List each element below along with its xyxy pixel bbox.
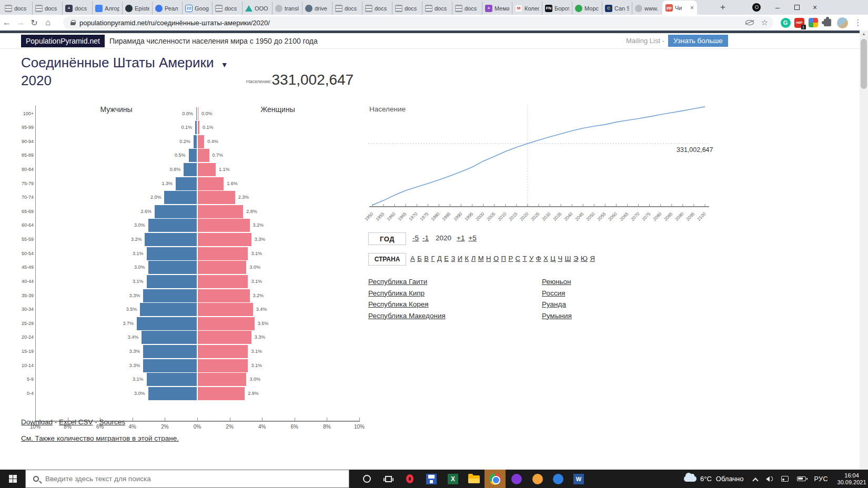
country-link[interactable]: Россия [542,289,572,297]
alphabet-letter-link[interactable]: И [458,255,462,262]
year-minus1-link[interactable]: -1 [422,234,429,242]
browser-menu-icon[interactable]: ⋮ [852,17,864,28]
country-link[interactable]: Республика Гаити [368,278,446,286]
close-button[interactable]: × [807,1,823,14]
browser-tab[interactable]: FNБорот [542,2,572,15]
alphabet-letter-link[interactable]: О [493,255,499,262]
alphabet-letter-link[interactable]: У [529,255,533,262]
media-controls-button[interactable] [752,3,761,12]
browser-tab[interactable]: Алгор [92,2,122,15]
alphabet-letter-link[interactable]: А [410,255,415,262]
alphabet-letter-link[interactable]: Е [444,255,449,262]
alphabet-letter-link[interactable]: Ю [581,255,588,262]
subscribe-button[interactable]: Узнать больше [668,35,728,47]
taskbar-search[interactable] [25,470,349,488]
weather-app-taskbar-button[interactable] [527,470,548,488]
alphabet-letter-link[interactable]: Э [573,255,578,262]
profile-avatar[interactable] [836,17,848,28]
browser-tab[interactable]: docs [362,2,392,15]
alphabet-letter-link[interactable]: З [451,255,455,262]
alphabet-letter-link[interactable]: Т [522,255,527,262]
browser-tab[interactable]: docs [392,2,422,15]
alphabet-letter-link[interactable]: Г [431,255,435,262]
browser-tab[interactable]: docs [32,2,62,15]
country-dropdown[interactable]: Соединённые Штаты Америки ▼ [21,55,228,71]
year-minus5-link[interactable]: -5 [412,234,419,242]
task-view-taskbar-button[interactable] [378,470,399,488]
excel-taskbar-button[interactable]: X [442,470,463,488]
country-link[interactable]: Республика Кипр [368,289,446,297]
cast-icon[interactable] [781,476,789,482]
excel-csv-link[interactable]: Excel CSV [59,418,93,426]
alphabet-letter-link[interactable]: Ш [565,255,571,262]
language-indicator[interactable]: РУС [814,475,829,483]
alphabet-letter-link[interactable]: Х [543,255,548,262]
browser-tab[interactable]: MКолес [512,2,542,15]
scrollbar-up-arrow[interactable]: ▲ [860,30,868,38]
download-link[interactable]: Download [21,418,53,426]
music-app-taskbar-button[interactable] [506,470,527,488]
alphabet-letter-link[interactable]: Ч [558,255,562,262]
weather-desc[interactable]: Облачно [716,475,744,483]
alphabet-letter-link[interactable]: П [501,255,506,262]
sources-link[interactable]: Sources [99,418,126,426]
reload-button[interactable]: ↻ [27,18,41,28]
browser-tab[interactable]: www. [632,2,662,15]
save-app-taskbar-button[interactable] [421,470,442,488]
alphabet-letter-link[interactable]: К [465,255,469,262]
chrome-taskbar-button[interactable] [485,470,506,488]
alphabet-letter-link[interactable]: С [516,255,520,262]
alphabet-letter-link[interactable]: Ф [536,255,541,262]
browser-tab[interactable]: CCan S [602,2,632,15]
browser-tab[interactable]: Морс [572,2,602,15]
start-button[interactable] [0,470,25,488]
year-plus1-link[interactable]: +1 [457,234,465,242]
alphabet-letter-link[interactable]: М [478,255,484,262]
country-link[interactable]: Руанда [542,300,572,308]
browser-tab[interactable]: +docs [62,2,92,15]
country-link[interactable]: Реюньон [542,278,572,286]
adblock-extension-icon[interactable]: ABP1 [793,17,805,28]
minimize-button[interactable]: – [770,1,785,14]
browser-tab[interactable]: +Мема [482,2,512,15]
new-tab-button[interactable]: + [716,2,729,13]
forward-button[interactable]: → [14,18,27,27]
site-logo[interactable]: PopulationPyramid.net [21,35,105,47]
clock[interactable]: 16:04 30.09.2021 [834,472,868,486]
browser-tab[interactable]: Реал [152,2,182,15]
weather-cloud-icon[interactable] [684,476,697,482]
palette-extension-icon[interactable] [808,17,819,28]
browser-tab[interactable]: docs [422,2,452,15]
browser-tab[interactable]: docs [452,2,482,15]
weather-temp[interactable]: 6°C [700,475,712,483]
country-link[interactable]: Республика Македония [368,312,446,320]
scrollbar-thumb[interactable] [861,39,867,89]
browser-tab[interactable]: transl [272,2,302,15]
tab-close-icon[interactable]: × [689,4,694,12]
alphabet-letter-link[interactable]: Б [417,255,422,262]
alphabet-letter-link[interactable]: В [424,255,429,262]
browser-tab[interactable]: Episte [122,2,152,15]
alphabet-letter-link[interactable]: Н [486,255,491,262]
alphabet-letter-link[interactable]: Л [471,255,476,262]
page-scrollbar[interactable]: ▲ [860,30,868,470]
blue-app-taskbar-button[interactable] [548,470,569,488]
country-link[interactable]: Республика Корея [368,300,446,308]
volume-icon[interactable] [766,476,773,482]
alphabet-letter-link[interactable]: Ц [550,255,556,262]
browser-tab[interactable]: docs [2,2,32,15]
browser-tab[interactable]: 22Goog [182,2,212,15]
bookmark-star-icon[interactable]: ☆ [761,18,768,27]
alphabet-letter-link[interactable]: Я [590,255,594,262]
privacy-eye-icon[interactable] [745,20,754,25]
alphabet-letter-link[interactable]: Д [437,255,442,262]
word-taskbar-button[interactable]: W [568,470,589,488]
opera-taskbar-button[interactable] [399,470,420,488]
url-input[interactable]: populationpyramid.net/ru/соединённые-шта… [79,19,745,27]
cortana-taskbar-button[interactable] [356,470,377,488]
chevron-down-icon[interactable]: ▼ [221,60,228,69]
browser-tab[interactable]: docs [332,2,362,15]
maximize-button[interactable] [789,1,805,14]
url-bar[interactable]: populationpyramid.net/ru/соединённые-шта… [63,16,773,29]
country-link[interactable]: Румыния [542,312,572,320]
